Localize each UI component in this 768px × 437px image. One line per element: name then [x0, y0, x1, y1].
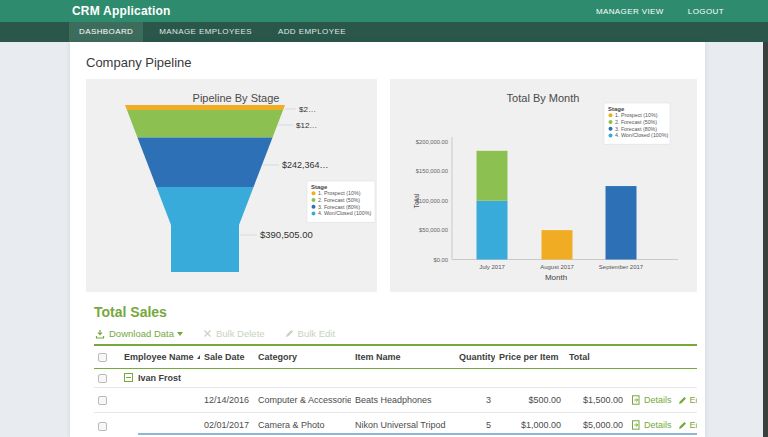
col-sale-date[interactable]: Sale Date [200, 345, 254, 369]
svg-text:Pipeline By Stage: Pipeline By Stage [193, 92, 280, 104]
svg-text:Stage: Stage [311, 184, 328, 190]
bulk-delete-button: Bulk Delete [203, 328, 265, 339]
collapse-group-icon[interactable] [124, 373, 133, 382]
svg-text:4. Won/Closed (100%): 4. Won/Closed (100%) [318, 210, 371, 216]
charts-row: Pipeline By Stage$2…$12…$242,364…$390,50… [86, 79, 697, 292]
svg-text:2. Forecast (50%): 2. Forecast (50%) [318, 197, 360, 203]
svg-text:September 2017: September 2017 [599, 264, 644, 270]
col-total[interactable]: Total [565, 345, 627, 369]
row-checkbox[interactable] [98, 422, 107, 431]
details-icon [631, 420, 641, 430]
edit-link[interactable]: Edit [690, 395, 697, 405]
svg-text:$50,000.00: $50,000.00 [419, 227, 448, 233]
svg-text:$200,000.00: $200,000.00 [416, 139, 448, 145]
row-checkbox[interactable] [98, 396, 107, 405]
tab-manage-employees[interactable]: MANAGE EMPLOYEES [149, 22, 262, 42]
svg-text:Total By Month: Total By Month [507, 92, 580, 104]
svg-text:Month: Month [545, 273, 567, 282]
logout-link[interactable]: LOGOUT [688, 7, 724, 16]
download-icon [95, 329, 105, 339]
bulk-edit-button: Bulk Edit [285, 328, 336, 339]
sale-date-cell: 12/14/2016 [200, 388, 254, 413]
svg-text:$242,364…: $242,364… [282, 160, 329, 170]
col-quantity[interactable]: Quantity [455, 345, 495, 369]
sales-table-row: 12/14/2016Computer & AccessoriesBeats He… [94, 388, 697, 413]
bar-chart-svg: Total By Month$0.00$50,000.00$100,000.00… [390, 79, 697, 292]
col-employee-name[interactable]: Employee Name [120, 345, 200, 369]
content-card: Company Pipeline Pipeline By Stage$2…$12… [70, 42, 705, 437]
actions-cell: DetailsEdit [627, 388, 697, 413]
details-link[interactable]: Details [644, 395, 672, 405]
download-caret-icon [177, 332, 183, 336]
svg-text:1. Prospect (10%): 1. Prospect (10%) [318, 190, 361, 196]
category-cell: Computer & Accessories [254, 388, 351, 413]
app-title: CRM Application [72, 4, 572, 18]
x-icon [203, 329, 212, 338]
svg-text:$0.00: $0.00 [433, 257, 448, 263]
svg-text:2. Forecast (50%): 2. Forecast (50%) [615, 119, 657, 125]
svg-text:July 2017: July 2017 [479, 264, 505, 270]
svg-text:1. Prospect (10%): 1. Prospect (10%) [615, 112, 658, 118]
pipeline-by-stage-chart[interactable]: Pipeline By Stage$2…$12…$242,364…$390,50… [86, 79, 377, 292]
details-link[interactable]: Details [644, 420, 672, 430]
main-nav: DASHBOARD MANAGE EMPLOYEES ADD EMPLOYEE [0, 22, 768, 42]
table-header-row: Employee Name Sale Date Category Item Na… [94, 345, 697, 369]
funnel-chart-svg: Pipeline By Stage$2…$12…$242,364…$390,50… [86, 79, 377, 292]
employee-group-row: Ivan Frost [94, 369, 697, 388]
svg-text:$150,000.00: $150,000.00 [416, 168, 448, 174]
select-all-checkbox[interactable] [98, 353, 107, 362]
sales-heading: Total Sales [94, 304, 697, 320]
edit-pencil-icon [678, 421, 687, 430]
svg-text:Stage: Stage [608, 106, 625, 112]
col-actions [627, 345, 697, 369]
edit-link[interactable]: Edit [690, 420, 697, 430]
app-header: CRM Application MANAGER VIEW LOGOUT [0, 0, 768, 22]
svg-text:Total: Total [413, 193, 420, 208]
pipeline-heading: Company Pipeline [86, 55, 705, 70]
svg-text:3. Forecast (80%): 3. Forecast (80%) [615, 126, 657, 132]
svg-text:$2…: $2… [299, 105, 316, 114]
col-category[interactable]: Category [254, 345, 351, 369]
svg-text:August 2017: August 2017 [540, 264, 574, 270]
sales-table-body: Ivan Frost12/14/2016Computer & Accessori… [94, 369, 697, 437]
chart-legend: Stage1. Prospect (10%)2. Forecast (50%)3… [604, 103, 670, 144]
manager-view-link[interactable]: MANAGER VIEW [596, 7, 664, 16]
svg-text:$390,505.00: $390,505.00 [260, 229, 313, 240]
sales-table: Employee Name Sale Date Category Item Na… [94, 344, 697, 437]
tab-dashboard[interactable]: DASHBOARD [69, 22, 143, 42]
svg-text:4. Won/Closed (100%): 4. Won/Closed (100%) [615, 132, 668, 138]
item-name-cell: Beats Headphones [351, 388, 455, 413]
col-price-per-item[interactable]: Price per Item [495, 345, 565, 369]
row-highlight-line [138, 433, 697, 435]
quantity-cell: 3 [455, 388, 495, 413]
pencil-icon [285, 329, 294, 338]
row-checkbox-cell [94, 388, 120, 413]
edit-pencil-icon [678, 396, 687, 405]
select-all-header [94, 345, 120, 369]
svg-text:3. Forecast (80%): 3. Forecast (80%) [318, 204, 360, 210]
employee-name-cell [120, 388, 200, 413]
sort-asc-icon [197, 355, 200, 359]
row-checkbox[interactable] [98, 374, 107, 383]
svg-text:$12…: $12… [296, 121, 317, 130]
col-item-name[interactable]: Item Name [351, 345, 455, 369]
row-checkbox-cell [94, 413, 120, 437]
download-data-button[interactable]: Download Data [95, 328, 183, 339]
total-cell: $1,500.00 [565, 388, 627, 413]
sales-toolbar: Download Data Bulk Delete Bulk Edit [95, 328, 697, 339]
svg-text:$100,000.00: $100,000.00 [416, 198, 448, 204]
employee-group-name: Ivan Frost [138, 373, 181, 383]
details-icon [631, 395, 641, 405]
total-by-month-chart[interactable]: Total By Month$0.00$50,000.00$100,000.00… [390, 79, 697, 292]
vertical-scrollbar[interactable] [763, 42, 768, 437]
chart-legend: Stage1. Prospect (10%)2. Forecast (50%)3… [307, 181, 375, 222]
tab-add-employee[interactable]: ADD EMPLOYEE [268, 22, 356, 42]
row-checkbox-cell [94, 369, 120, 388]
price-per-item-cell: $500.00 [495, 388, 565, 413]
total-sales-section: Total Sales Download Data Bulk Delete B [94, 304, 697, 437]
